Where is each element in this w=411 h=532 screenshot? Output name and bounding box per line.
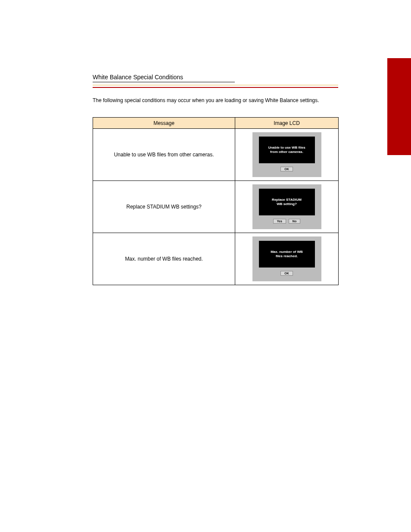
table-header-row: Message Image LCD	[93, 118, 339, 129]
lcd-screen: Max. number of WB files reached.	[259, 241, 315, 268]
lcd-text-line: Replace STADIUM	[272, 198, 302, 202]
lcd-text-line: Max. number of WB	[271, 250, 303, 254]
conditions-table: Message Image LCD Unable to use WB files…	[93, 117, 339, 285]
lcd-buttons: Yes No	[273, 219, 300, 224]
lcd-cell: Replace STADIUM WB setting? Yes No	[235, 181, 339, 233]
header-message: Message	[93, 118, 235, 129]
section-title: White Balance Special Conditions	[93, 74, 235, 82]
lcd-buttons: OK	[280, 167, 293, 171]
intro-text: The following special conditions may occ…	[93, 96, 338, 104]
message-cell: Unable to use WB files from other camera…	[93, 129, 235, 181]
lcd-text-line: WB setting?	[277, 202, 297, 206]
divider-yellow	[93, 85, 338, 85]
ok-button: OK	[280, 271, 293, 276]
no-button: No	[289, 219, 300, 224]
lcd-screen: Replace STADIUM WB setting?	[259, 189, 315, 215]
lcd-screen: Unable to use WB files from other camera…	[259, 137, 315, 163]
lcd-text-line: from other cameras.	[270, 150, 303, 154]
lcd-text-line: Unable to use WB files	[268, 146, 305, 150]
table-row: Max. number of WB files reached. Max. nu…	[93, 233, 339, 285]
lcd-buttons: OK	[280, 271, 293, 276]
header-lcd: Image LCD	[235, 118, 339, 129]
message-cell: Max. number of WB files reached.	[93, 233, 235, 285]
table-row: Unable to use WB files from other camera…	[93, 129, 339, 181]
lcd-cell: Max. number of WB files reached. OK	[235, 233, 339, 285]
ok-button: OK	[280, 167, 293, 171]
table-row: Replace STADIUM WB settings? Replace STA…	[93, 181, 339, 233]
side-tab	[387, 58, 411, 155]
lcd-text-line: files reached.	[276, 254, 298, 258]
lcd-thumbnail: Replace STADIUM WB setting? Yes No	[252, 184, 321, 229]
page-content: White Balance Special Conditions The fol…	[93, 73, 338, 285]
lcd-thumbnail: Max. number of WB files reached. OK	[252, 236, 321, 281]
divider-red	[93, 87, 338, 88]
yes-button: Yes	[273, 219, 286, 224]
lcd-cell: Unable to use WB files from other camera…	[235, 129, 339, 181]
message-cell: Replace STADIUM WB settings?	[93, 181, 235, 233]
lcd-thumbnail: Unable to use WB files from other camera…	[252, 132, 321, 177]
